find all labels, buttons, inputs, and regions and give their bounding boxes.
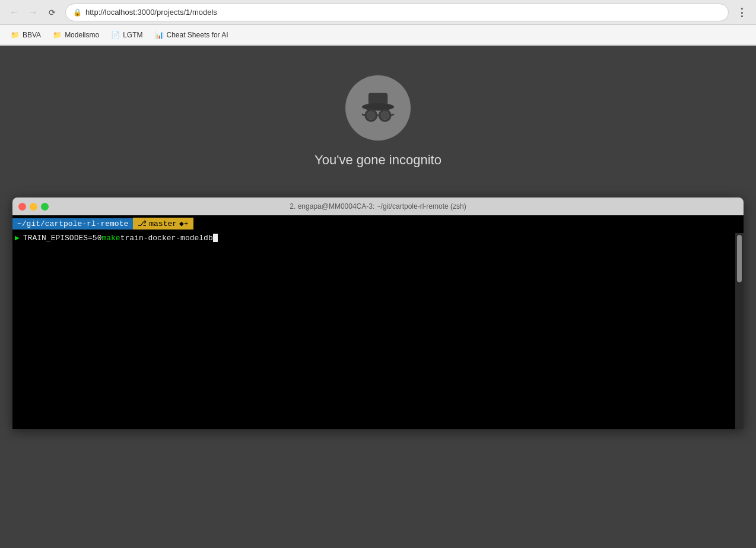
incognito-icon-circle [345,75,411,141]
bookmark-folder-icon-2: 📁 [53,31,62,39]
terminal-branch-name: master [149,219,177,228]
address-input[interactable] [85,8,721,17]
svg-point-2 [362,103,394,111]
bookmark-file-icon: 📄 [111,31,120,39]
svg-point-5 [367,111,375,119]
terminal-scrollbar[interactable] [735,233,744,429]
terminal-command-rest: train-docker-modeldb [120,234,213,243]
bookmark-cheatsheets-label: Cheat Sheets for AI [167,31,228,39]
svg-point-7 [380,111,389,119]
terminal-branch: ⎇ master ◆+ [133,218,193,230]
browser-chrome: ← → ⟳ 🔒 ⋮ 📁 BBVA 📁 Modelismo 📄 LGTM 📊 Ch… [0,0,756,46]
bookmark-bbva[interactable]: 📁 BBVA [6,28,46,42]
svg-line-10 [390,114,394,116]
incognito-heading: You've gone incognito [315,152,441,168]
incognito-svg [357,87,399,129]
terminal-close-button[interactable] [18,203,26,211]
bookmark-modelismo-label: Modelismo [65,31,99,39]
nav-buttons: ← → ⟳ [6,4,61,21]
terminal-body[interactable]: ~/git/cartpole-rl-remote ⎇ master ◆+ ▶ T… [12,215,744,429]
terminal-titlebar: 2. engapa@MM0004CA-3: ~/git/cartpole-rl-… [12,197,744,215]
forward-button[interactable]: → [25,4,42,21]
terminal-branch-extra: ◆+ [179,219,189,228]
terminal-path: ~/git/cartpole-rl-remote [12,218,133,230]
bookmark-lgtm-label: LGTM [123,31,142,39]
back-button[interactable]: ← [6,4,23,21]
bookmark-lgtm[interactable]: 📄 LGTM [106,28,147,42]
incognito-area: You've gone incognito [315,46,441,186]
more-options-button[interactable]: ⋮ [733,4,750,21]
terminal-make-command: make [101,234,120,243]
terminal-cursor [213,234,218,242]
browser-toolbar: ← → ⟳ 🔒 ⋮ [0,0,756,25]
browser-content: You've gone incognito 2. engapa@MM0004CA… [0,46,756,548]
refresh-button[interactable]: ⟳ [44,4,61,21]
terminal-env-var: TRAIN_EPISODES=50 [23,234,102,243]
terminal-prompt-char: ▶ [15,233,20,243]
bookmark-chart-icon: 📊 [155,31,164,39]
terminal-prompt-line: ~/git/cartpole-rl-remote ⎇ master ◆+ [12,215,744,232]
terminal-maximize-button[interactable] [41,203,49,211]
bookmarks-bar: 📁 BBVA 📁 Modelismo 📄 LGTM 📊 Cheat Sheets… [0,25,756,45]
terminal-window-buttons [18,203,49,211]
svg-line-9 [362,114,366,116]
git-symbol: ⎇ [138,219,147,228]
env-var-text: TRAIN_EPISODES=50 [23,234,102,243]
address-bar-container[interactable]: 🔒 [65,4,729,21]
bookmark-folder-icon: 📁 [11,31,20,39]
lock-icon: 🔒 [73,8,82,17]
terminal-window: 2. engapa@MM0004CA-3: ~/git/cartpole-rl-… [12,197,744,429]
terminal-scrollbar-thumb[interactable] [737,235,742,282]
terminal-minimize-button[interactable] [30,203,37,211]
bookmark-bbva-label: BBVA [23,31,41,39]
bookmark-modelismo[interactable]: 📁 Modelismo [48,28,104,42]
terminal-title: 2. engapa@MM0004CA-3: ~/git/cartpole-rl-… [290,202,466,211]
terminal-command-line: ▶ TRAIN_EPISODES=50 make train-docker-mo… [12,232,744,244]
bookmark-cheatsheets[interactable]: 📊 Cheat Sheets for AI [150,28,233,42]
